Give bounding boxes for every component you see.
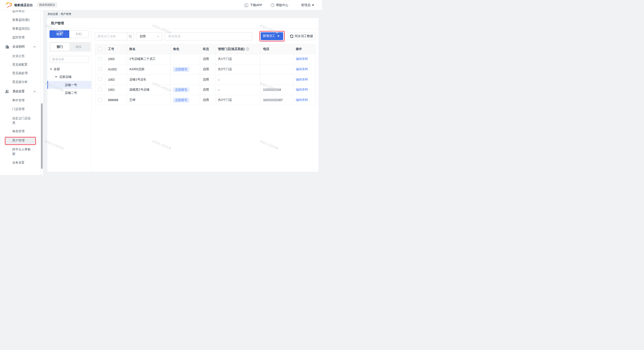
svg-text:?: ? — [272, 4, 273, 6]
svg-text:?: ? — [247, 48, 248, 50]
